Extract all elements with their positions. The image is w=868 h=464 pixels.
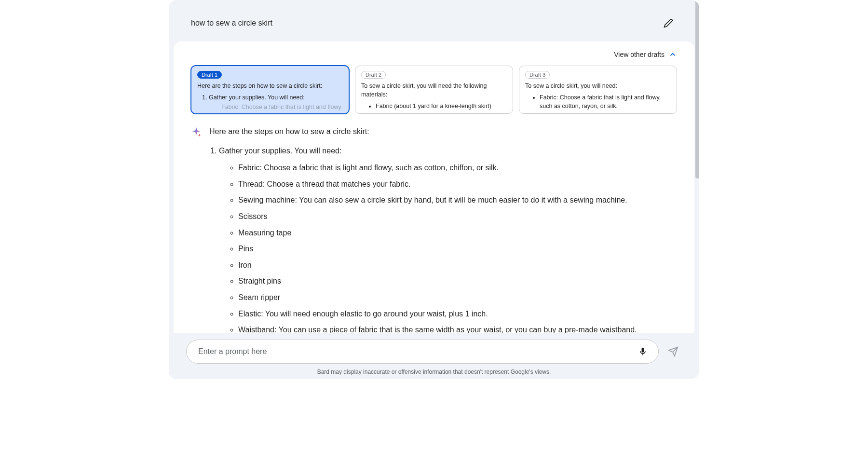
microphone-icon <box>638 347 648 356</box>
app-container: how to sew a circle skirt View other dra… <box>169 0 699 379</box>
answer-content: Here are the steps on how to sew a circl… <box>209 125 677 333</box>
draft-badge: Draft 1 <box>197 71 222 79</box>
answer-body: Here are the steps on how to sew a circl… <box>191 125 677 333</box>
prompt-input[interactable] <box>198 347 634 356</box>
send-button[interactable] <box>665 343 682 360</box>
supply-item: Waistband: You can use a piece of fabric… <box>238 324 677 333</box>
draft-card-3[interactable]: Draft 3 To sew a circle skirt, you will … <box>519 66 677 114</box>
svg-rect-0 <box>642 354 643 355</box>
drafts-row: Draft 1 Here are the steps on how to sew… <box>191 66 677 114</box>
edit-prompt-button[interactable] <box>660 14 677 32</box>
prompt-input-wrap <box>186 340 659 364</box>
user-prompt-text: how to sew a circle skirt <box>191 19 272 27</box>
supply-item: Elastic: You will need enough elastic to… <box>238 308 677 320</box>
supply-item: Thread: Choose a thread that matches you… <box>238 178 677 191</box>
answer-intro: Here are the steps on how to sew a circl… <box>209 125 677 138</box>
draft-preview: Here are the steps on how to sew a circl… <box>197 82 343 102</box>
supply-item: Iron <box>238 259 677 272</box>
supply-item: Pins <box>238 243 677 255</box>
draft-preview-intro: To sew a circle skirt, you will need: <box>525 82 671 90</box>
disclaimer-text: Bard may display inaccurate or offensive… <box>186 368 682 375</box>
draft-preview-item: Thread <box>376 112 507 114</box>
supply-item: Sewing machine: You can also sew a circl… <box>238 194 677 206</box>
pencil-icon <box>664 18 673 28</box>
answer-step-1: Gather your supplies. You will need: Fab… <box>219 145 677 333</box>
response-card: View other drafts Draft 1 Here are the s… <box>174 41 694 333</box>
supply-item: Straight pins <box>238 275 677 287</box>
draft-preview-item: Gather your supplies. You will need: <box>209 93 343 102</box>
supply-item: Measuring tape <box>238 227 677 239</box>
draft-preview-fade: Fabric: Choose a fabric that is light an… <box>197 104 343 110</box>
draft-preview-item: Fabric: Choose a fabric that is light an… <box>540 93 671 110</box>
draft-card-1[interactable]: Draft 1 Here are the steps on how to sew… <box>191 66 349 114</box>
draft-badge: Draft 3 <box>525 71 550 79</box>
chevron-up-icon <box>668 50 677 59</box>
mic-button[interactable] <box>634 343 651 360</box>
prompt-header: how to sew a circle skirt <box>169 0 699 41</box>
drafts-toggle-label: View other drafts <box>614 51 665 58</box>
supply-item: Fabric: Choose a fabric that is light an… <box>238 162 677 174</box>
draft-badge: Draft 2 <box>361 71 386 79</box>
draft-card-2[interactable]: Draft 2 To sew a circle skirt, you will … <box>355 66 513 114</box>
draft-preview-item: Fabric (about 1 yard for a knee-length s… <box>376 102 507 110</box>
scrollbar[interactable] <box>695 0 699 178</box>
supply-item: Scissors <box>238 210 677 223</box>
draft-preview: To sew a circle skirt, you will need: Fa… <box>525 82 671 110</box>
drafts-toggle[interactable]: View other drafts <box>191 50 677 59</box>
input-bar-area: Bard may display inaccurate or offensive… <box>169 333 699 379</box>
draft-preview-intro: Here are the steps on how to sew a circl… <box>197 82 343 90</box>
draft-preview-intro: To sew a circle skirt, you will need the… <box>361 82 507 99</box>
send-icon <box>668 346 678 357</box>
answer-step-1-text: Gather your supplies. You will need: <box>219 147 341 155</box>
supply-item: Seam ripper <box>238 291 677 304</box>
bard-spark-icon <box>191 126 202 139</box>
input-bar <box>186 340 682 364</box>
draft-preview: To sew a circle skirt, you will need the… <box>361 82 507 114</box>
